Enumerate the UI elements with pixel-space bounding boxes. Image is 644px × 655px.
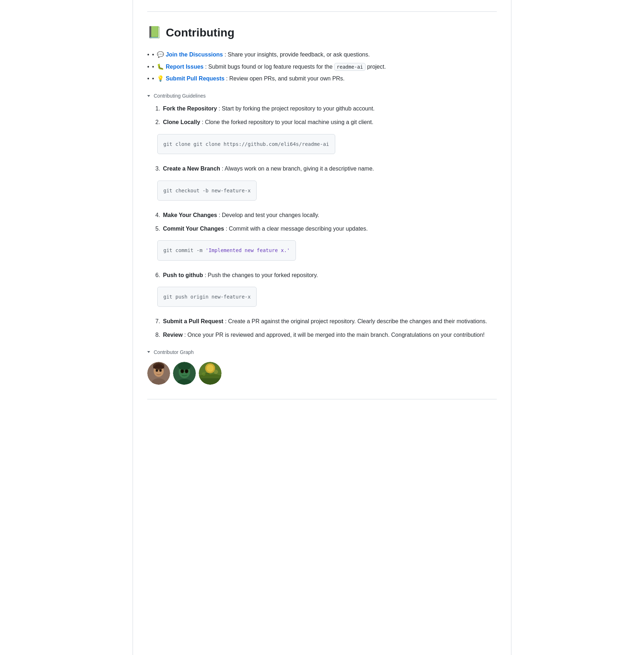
svg-point-17	[188, 366, 190, 369]
item-num-6: 6.	[153, 271, 160, 280]
list-item-4: 4. Make Your Changes : Develop and test …	[153, 211, 497, 220]
code-block-clone-item: git clone git clone https://github.com/e…	[147, 131, 497, 160]
inline-code-readme-ai: readme-ai	[334, 63, 366, 71]
item-bold-5: Commit Your Changes	[163, 226, 224, 232]
item-bold-6: Push to github	[163, 272, 203, 278]
svg-point-5	[156, 370, 158, 371]
list-item-2: 2. Clone Locally : Clone the forked repo…	[153, 118, 497, 127]
list-item-6: 6. Push to github : Push the changes to …	[153, 271, 497, 280]
avatar-3[interactable]	[199, 362, 222, 385]
item-content-8: Review : Once your PR is reviewed and ap…	[163, 330, 497, 340]
item-bold-8: Review	[163, 332, 183, 338]
svg-point-14	[185, 370, 188, 373]
bullet-dot: •	[152, 62, 154, 72]
bullet-dot: •	[152, 74, 154, 83]
code-block-push-item: git push origin new-feature-x	[147, 284, 497, 312]
code-block-branch: git checkout -b new-feature-x	[157, 181, 257, 201]
item-content-3: Create a New Branch : Always work on a n…	[163, 164, 497, 173]
title-emoji: 📗	[147, 23, 162, 41]
item-bold-7: Submit a Pull Request	[163, 318, 223, 324]
list-item-7: 7. Submit a Pull Request : Create a PR a…	[153, 317, 497, 326]
item-num-5: 5.	[153, 224, 160, 233]
avatar-3-svg	[199, 362, 222, 385]
top-divider	[147, 11, 497, 12]
item-bold-2: Clone Locally	[163, 119, 200, 125]
item-num-2: 2.	[153, 118, 160, 127]
svg-point-13	[181, 370, 183, 373]
item-content-7: Submit a Pull Request : Create a PR agai…	[163, 317, 497, 326]
list-item-1: 1. Fork the Repository : Start by forkin…	[153, 104, 497, 113]
contributing-guidelines-summary[interactable]: Contributing Guidelines	[147, 92, 497, 100]
page-title-section: 📗 Contributing	[147, 23, 497, 41]
item-text-1: : Start by forking the project repositor…	[219, 105, 375, 112]
item-num-1: 1.	[153, 104, 160, 113]
emoji-issues: 🐛	[157, 64, 165, 70]
item-num-4: 4.	[153, 211, 160, 220]
item-content-2: Clone Locally : Clone the forked reposit…	[163, 118, 497, 127]
avatar-1[interactable]	[147, 362, 170, 385]
item-bold-1: Fork the Repository	[163, 105, 217, 112]
text-issues-before: : Submit bugs found or log feature reque…	[205, 64, 334, 70]
avatar-1-svg	[147, 362, 170, 385]
contributing-guidelines-label: Contributing Guidelines	[154, 92, 206, 100]
triangle-icon-graph	[147, 351, 150, 353]
contributing-guidelines-section: Contributing Guidelines 1. Fork the Repo…	[147, 92, 497, 340]
list-item-discussions: • 💬 Join the Discussions : Share your in…	[147, 50, 497, 59]
text-prs: : Review open PRs, and submit your own P…	[226, 75, 345, 82]
list-item-issues: • 🐛 Report Issues : Submit bugs found or…	[147, 62, 497, 72]
emoji-discussions: 💬	[157, 51, 165, 58]
contributor-graph-summary[interactable]: Contributor Graph	[147, 348, 497, 356]
svg-point-24	[202, 372, 205, 376]
text-discussions: : Share your insights, provide feedback,…	[224, 51, 370, 58]
contributor-avatars	[147, 362, 497, 385]
text-issues-after: project.	[367, 64, 386, 70]
emoji-prs: 💡	[157, 75, 165, 82]
item-text-7: : Create a PR against the original proje…	[225, 318, 487, 324]
item-content-1: Fork the Repository : Start by forking t…	[163, 104, 497, 113]
code-block-commit: git commit -m 'Implemented new feature x…	[157, 240, 296, 260]
svg-point-6	[160, 370, 161, 371]
list-item-5: 5. Commit Your Changes : Commit with a c…	[153, 224, 497, 233]
item-content-4: Make Your Changes : Develop and test you…	[163, 211, 497, 220]
list-item-prs: • 💡 Submit Pull Requests : Review open P…	[147, 74, 497, 83]
page-container: 📗 Contributing • 💬 Join the Discussions …	[133, 0, 511, 655]
contributor-graph-section: Contributor Graph	[147, 348, 497, 385]
code-block-push: git push origin new-feature-x	[157, 287, 257, 307]
svg-point-22	[207, 365, 214, 372]
link-issues[interactable]: Report Issues	[166, 64, 204, 70]
item-text-4: : Develop and test your changes locally.	[219, 212, 319, 218]
item-content-6: Push to github : Push the changes to you…	[163, 271, 497, 280]
code-block-clone: git clone git clone https://github.com/e…	[157, 134, 335, 154]
page-title: Contributing	[166, 25, 234, 40]
item-text-8: : Once your PR is reviewed and approved,…	[184, 332, 485, 338]
item-num-3: 3.	[153, 164, 160, 173]
item-bold-4: Make Your Changes	[163, 212, 217, 218]
item-num-7: 7.	[153, 317, 160, 326]
bottom-divider	[147, 399, 497, 399]
item-num-8: 8.	[153, 330, 160, 340]
item-text-2: : Clone the forked repository to your lo…	[202, 119, 373, 125]
bullet-dot: •	[152, 50, 154, 59]
svg-point-16	[179, 366, 181, 369]
triangle-icon	[147, 95, 150, 97]
list-item-3: 3. Create a New Branch : Always work on …	[153, 164, 497, 173]
item-text-6: : Push the changes to your forked reposi…	[204, 272, 318, 278]
item-bold-3: Create a New Branch	[163, 166, 220, 172]
item-text-3: : Always work on a new branch, giving it…	[222, 166, 374, 172]
item-content-5: Commit Your Changes : Commit with a clea…	[163, 224, 497, 233]
item-text-5: : Commit with a clear message describing…	[226, 226, 368, 232]
svg-point-23	[214, 370, 218, 374]
code-block-commit-item: git commit -m 'Implemented new feature x…	[147, 237, 497, 266]
intro-bullet-list: • 💬 Join the Discussions : Share your in…	[147, 50, 497, 83]
contributor-graph-label: Contributor Graph	[154, 348, 194, 356]
avatar-2[interactable]	[173, 362, 196, 385]
list-item-8: 8. Review : Once your PR is reviewed and…	[153, 330, 497, 340]
code-block-branch-item: git checkout -b new-feature-x	[147, 178, 497, 206]
avatar-2-svg	[173, 362, 196, 385]
link-pull-requests[interactable]: Submit Pull Requests	[166, 75, 224, 82]
link-discussions[interactable]: Join the Discussions	[166, 51, 223, 58]
contributing-guidelines-list: 1. Fork the Repository : Start by forkin…	[153, 104, 497, 339]
